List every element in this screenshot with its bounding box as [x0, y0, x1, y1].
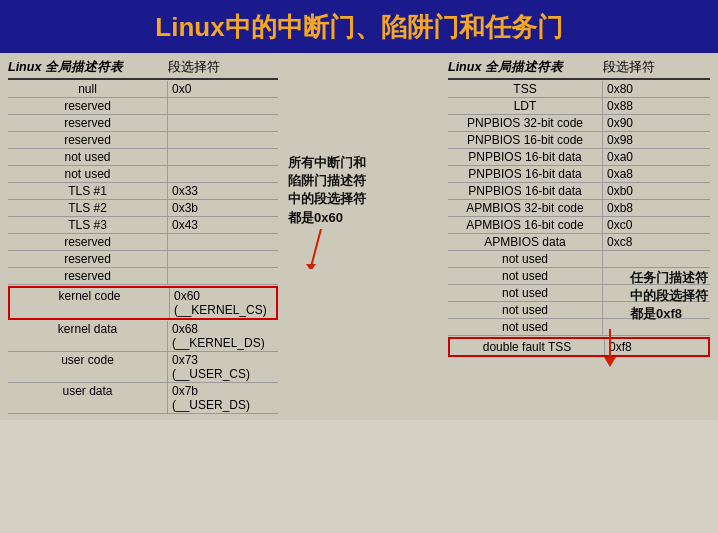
left-cell-seg: 0x3b — [168, 200, 278, 216]
right-cell-gdt: PNPBIOS 16-bit data — [448, 149, 603, 165]
left-cell-gdt: TLS #3 — [8, 217, 168, 233]
left-cell-seg — [168, 234, 278, 250]
right-cell-seg: 0x98 — [603, 132, 710, 148]
left-table-row: reserved — [8, 98, 278, 115]
svg-marker-1 — [306, 264, 316, 269]
left-cell-gdt: reserved — [8, 268, 168, 284]
title-bar: Linux中的中断门、陷阱门和任务门 — [0, 0, 718, 53]
left-cell-seg: 0x60 (__KERNEL_CS) — [170, 288, 276, 318]
left-header-seg: 段选择符 — [168, 59, 220, 76]
right-table-row: PNPBIOS 16-bit code 0x98 — [448, 132, 710, 149]
left-table-row: TLS #3 0x43 — [8, 217, 278, 234]
right-header-gdt: Linux 全局描述符表 — [448, 59, 603, 76]
annotation-right-arrow — [600, 329, 630, 373]
right-table-row: TSS 0x80 — [448, 81, 710, 98]
left-cell-seg — [168, 251, 278, 267]
left-cell-gdt: kernel code — [10, 288, 170, 318]
left-table-row: not used — [8, 166, 278, 183]
right-cell-gdt: LDT — [448, 98, 603, 114]
left-cell-gdt: reserved — [8, 132, 168, 148]
left-cell-seg: 0x33 — [168, 183, 278, 199]
right-table-row: PNPBIOS 32-bit code 0x90 — [448, 115, 710, 132]
right-table-row: LDT 0x88 — [448, 98, 710, 115]
left-cell-seg: 0x73 (__USER_CS) — [168, 352, 278, 382]
right-table-row: PNPBIOS 16-bit data 0xb0 — [448, 183, 710, 200]
page: Linux中的中断门、陷阱门和任务门 Linux 全局描述符表 段选择符 nul… — [0, 0, 718, 533]
right-table-row: APMBIOS 32-bit code 0xb8 — [448, 200, 710, 217]
right-cell-seg: 0xc8 — [603, 234, 710, 250]
left-cell-gdt: TLS #2 — [8, 200, 168, 216]
left-cell-gdt: null — [8, 81, 168, 97]
right-cell-seg: 0xb0 — [603, 183, 710, 199]
left-cell-gdt: reserved — [8, 98, 168, 114]
annotation-left: 所有中断门和 陷阱门描述符 中的段选择符 都是0x60 — [288, 154, 366, 227]
right-table-row: APMBIOS 16-bit code 0xc0 — [448, 217, 710, 234]
right-cell-gdt: APMBIOS data — [448, 234, 603, 250]
left-cell-seg: 0x43 — [168, 217, 278, 233]
left-cell-seg: 0x68 (__KERNEL_DS) — [168, 321, 278, 351]
annotation-right: 任务门描述符 中的段选择符 都是0xf8 — [630, 269, 708, 324]
svg-marker-3 — [604, 357, 616, 367]
right-table-row: PNPBIOS 16-bit data 0xa8 — [448, 166, 710, 183]
left-cell-gdt: not used — [8, 166, 168, 182]
right-cell-seg: 0xc0 — [603, 217, 710, 233]
right-cell-seg: 0xa8 — [603, 166, 710, 182]
right-cell-gdt: not used — [448, 319, 603, 335]
page-title: Linux中的中断门、陷阱门和任务门 — [155, 12, 562, 42]
left-cell-gdt: reserved — [8, 234, 168, 250]
left-table-row: TLS #1 0x33 — [8, 183, 278, 200]
right-cell-gdt: APMBIOS 16-bit code — [448, 217, 603, 233]
svg-line-0 — [311, 229, 321, 267]
left-cell-seg — [168, 268, 278, 284]
left-cell-seg — [168, 115, 278, 131]
left-table-row: not used — [8, 149, 278, 166]
left-table-row: reserved — [8, 251, 278, 268]
left-table-body: null 0x0 reserved reserved reserved not … — [8, 81, 278, 414]
right-cell-gdt: not used — [448, 268, 603, 284]
right-cell-gdt: TSS — [448, 81, 603, 97]
left-table-row: reserved — [8, 268, 278, 285]
right-cell-gdt: PNPBIOS 16-bit data — [448, 183, 603, 199]
left-cell-gdt: user data — [8, 383, 168, 413]
left-table-row: TLS #2 0x3b — [8, 200, 278, 217]
middle-area: 所有中断门和 陷阱门描述符 中的段选择符 都是0x60 — [278, 59, 448, 414]
left-cell-gdt: reserved — [8, 115, 168, 131]
left-cell-seg: 0x0 — [168, 81, 278, 97]
left-table-row: user code 0x73 (__USER_CS) — [8, 352, 278, 383]
left-cell-gdt: user code — [8, 352, 168, 382]
right-table-row: not used — [448, 251, 710, 268]
right-cell-gdt: double fault TSS — [450, 339, 605, 355]
right-header-seg: 段选择符 — [603, 59, 655, 76]
left-table: Linux 全局描述符表 段选择符 null 0x0 reserved rese… — [8, 59, 278, 414]
left-cell-gdt: kernel data — [8, 321, 168, 351]
right-cell-seg — [603, 251, 710, 267]
left-cell-gdt: not used — [8, 149, 168, 165]
right-cell-gdt: APMBIOS 32-bit code — [448, 200, 603, 216]
left-cell-seg: 0x7b (__USER_DS) — [168, 383, 278, 413]
left-cell-gdt: TLS #1 — [8, 183, 168, 199]
left-header-gdt: Linux 全局描述符表 — [8, 59, 168, 76]
left-table-row: kernel data 0x68 (__KERNEL_DS) — [8, 321, 278, 352]
right-cell-gdt: PNPBIOS 16-bit data — [448, 166, 603, 182]
right-table-row: APMBIOS data 0xc8 — [448, 234, 710, 251]
left-table-row: user data 0x7b (__USER_DS) — [8, 383, 278, 414]
right-cell-seg: 0x90 — [603, 115, 710, 131]
left-cell-seg — [168, 98, 278, 114]
left-table-row: reserved — [8, 115, 278, 132]
right-cell-seg: 0x80 — [603, 81, 710, 97]
right-table-row: double fault TSS 0xf8 — [448, 337, 710, 357]
left-cell-seg — [168, 132, 278, 148]
left-table-row: kernel code 0x60 (__KERNEL_CS) — [8, 286, 278, 320]
right-cell-gdt: not used — [448, 251, 603, 267]
left-table-row: reserved — [8, 132, 278, 149]
left-table-row: null 0x0 — [8, 81, 278, 98]
right-table: Linux 全局描述符表 段选择符 TSS 0x80 LDT 0x88 PNPB… — [448, 59, 710, 414]
right-table-header: Linux 全局描述符表 段选择符 — [448, 59, 710, 80]
right-cell-seg: 0x88 — [603, 98, 710, 114]
right-cell-seg: 0xa0 — [603, 149, 710, 165]
right-cell-seg: 0xb8 — [603, 200, 710, 216]
left-table-row: reserved — [8, 234, 278, 251]
left-cell-seg — [168, 149, 278, 165]
right-cell-gdt: PNPBIOS 32-bit code — [448, 115, 603, 131]
right-table-row: PNPBIOS 16-bit data 0xa0 — [448, 149, 710, 166]
